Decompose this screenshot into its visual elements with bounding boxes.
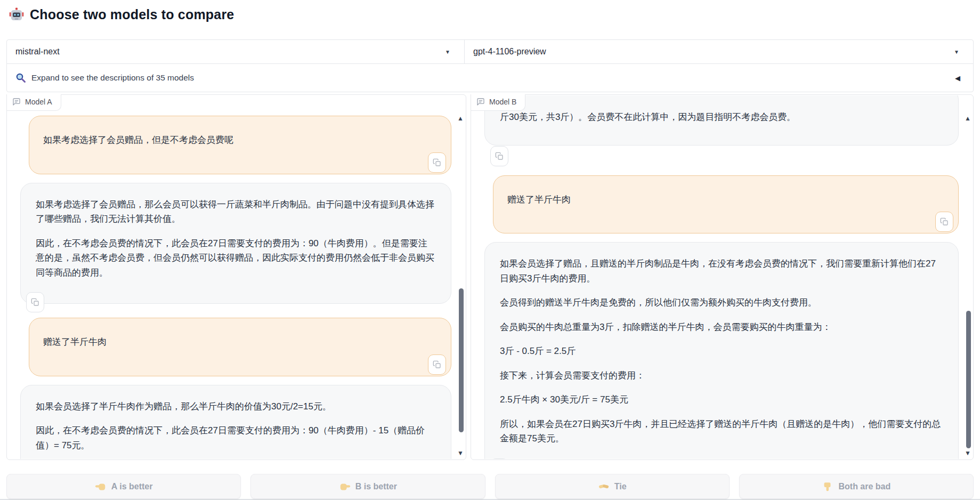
bot-message: 如果考虑选择了会员赠品，那么会员可以获得一斤蔬菜和半斤肉制品。由于问题中没有提到… bbox=[20, 183, 451, 304]
message-text: 赠送了半斤牛肉 bbox=[507, 192, 944, 207]
user-message: 赠送了半斤牛肉 bbox=[493, 175, 959, 234]
model-a-panel: Model A 如果考虑选择了会员赠品，但是不考虑会员费呢 如果考虑选择了会员赠… bbox=[6, 94, 466, 460]
vote-button-row: A is better B is better Tie bbox=[6, 474, 974, 499]
model-a-chat[interactable]: 如果考虑选择了会员赠品，但是不考虑会员费呢 如果考虑选择了会员赠品，那么会员可以… bbox=[7, 95, 465, 459]
thumbs-down-icon bbox=[822, 481, 833, 493]
chevron-down-icon[interactable]: ▼ bbox=[445, 49, 450, 55]
message-text: 如果考虑选择了会员赠品，但是不考虑会员费呢 bbox=[43, 133, 437, 148]
copy-button[interactable] bbox=[490, 146, 508, 166]
model-a-dropdown[interactable]: mistral-next ▼ bbox=[7, 40, 465, 63]
copy-button[interactable] bbox=[428, 152, 446, 173]
copy-button[interactable] bbox=[428, 354, 446, 375]
a-is-better-button[interactable]: A is better bbox=[6, 474, 241, 499]
scroll-up-icon[interactable]: ▲ bbox=[457, 115, 464, 122]
vote-label: A is better bbox=[111, 482, 153, 491]
bot-message: 如果会员选择了半斤牛肉作为赠品，那么半斤牛肉的价值为30元/2=15元。 因此，… bbox=[20, 385, 451, 459]
model-b-panel: Model B 斤30美元，共3斤）。会员费不在此计算中，因为题目指明不考虑会员… bbox=[471, 94, 974, 460]
vote-label: B is better bbox=[355, 482, 397, 491]
message-text: 接下来，计算会员需要支付的费用： bbox=[500, 368, 943, 383]
scrollbar-thumb[interactable] bbox=[459, 288, 464, 432]
both-are-bad-button[interactable]: Both are bad bbox=[739, 474, 974, 499]
scroll-up-icon[interactable]: ▲ bbox=[965, 115, 971, 122]
accordion-label: Expand to see the descriptions of 35 mod… bbox=[31, 73, 194, 83]
point-left-icon bbox=[95, 481, 107, 493]
chevron-down-icon[interactable]: ▼ bbox=[954, 49, 959, 55]
page-title: Choose two models to compare bbox=[30, 7, 234, 22]
message-text: 如果会员选择了赠品，且赠送的半斤肉制品是牛肉，在没有考虑会员费的情况下，我们需要… bbox=[500, 256, 943, 286]
b-is-better-button[interactable]: B is better bbox=[250, 474, 485, 499]
page-header: Choose two models to compare bbox=[0, 0, 980, 23]
search-icon bbox=[15, 72, 26, 83]
message-text: 如果考虑选择了会员赠品，那么会员可以获得一斤蔬菜和半斤肉制品。由于问题中没有提到… bbox=[36, 197, 436, 227]
message-text: 2.5斤牛肉 × 30美元/斤 = 75美元 bbox=[500, 392, 943, 407]
model-selector-row: mistral-next ▼ gpt-4-1106-preview ▼ bbox=[7, 40, 973, 64]
model-b-dropdown-value: gpt-4-1106-preview bbox=[473, 47, 546, 57]
point-right-icon bbox=[339, 481, 351, 493]
chat-bubble-icon bbox=[476, 98, 485, 106]
user-message: 如果考虑选择了会员赠品，但是不考虑会员费呢 bbox=[29, 116, 451, 174]
bot-message-clipped: 斤30美元，共3斤）。会员费不在此计算中，因为题目指明不考虑会员费。 bbox=[484, 95, 959, 146]
message-text: 斤30美元，共3斤）。会员费不在此计算中，因为题目指明不考虑会员费。 bbox=[500, 110, 943, 125]
copy-button[interactable] bbox=[490, 458, 508, 459]
message-text: 所以，如果会员在27日购买3斤牛肉，并且已经选择了赠送的半斤牛肉（且赠送的是牛肉… bbox=[500, 417, 943, 446]
vote-label: Tie bbox=[614, 482, 627, 491]
model-config-box: mistral-next ▼ gpt-4-1106-preview ▼ Expa… bbox=[6, 39, 974, 92]
arena-compare-page: Choose two models to compare mistral-nex… bbox=[0, 0, 980, 500]
model-b-label: Model B bbox=[471, 94, 525, 111]
message-text: 如果会员选择了半斤牛肉作为赠品，那么半斤牛肉的价值为30元/2=15元。 bbox=[36, 399, 436, 414]
message-text: 会员得到的赠送半斤牛肉是免费的，所以他们仅需为额外购买的牛肉支付费用。 bbox=[500, 295, 943, 310]
scroll-down-icon[interactable]: ▼ bbox=[457, 450, 464, 456]
accordion-collapsed-icon[interactable]: ◀ bbox=[955, 74, 960, 82]
robot-icon bbox=[9, 7, 25, 22]
scrollbar-thumb[interactable] bbox=[966, 311, 971, 448]
message-text: 因此，在不考虑会员费的情况下，此会员在27日需要支付的费用为：90（牛肉费用）-… bbox=[36, 423, 436, 453]
handshake-icon bbox=[598, 481, 610, 493]
model-b-dropdown[interactable]: gpt-4-1106-preview ▼ bbox=[465, 40, 973, 63]
message-text: 赠送了半斤牛肉 bbox=[43, 335, 437, 350]
tie-button[interactable]: Tie bbox=[495, 474, 730, 499]
chat-bubble-icon bbox=[12, 98, 21, 106]
copy-button[interactable] bbox=[935, 212, 953, 232]
message-text: 会员购买的牛肉总重量为3斤，扣除赠送的半斤牛肉，会员需要购买的牛肉重量为： bbox=[500, 320, 943, 335]
scroll-down-icon[interactable]: ▼ bbox=[965, 450, 971, 456]
model-b-label-text: Model B bbox=[489, 98, 516, 106]
bot-message: 如果会员选择了赠品，且赠送的半斤肉制品是牛肉，在没有考虑会员费的情况下，我们需要… bbox=[484, 242, 959, 459]
message-text: 3斤 - 0.5斤 = 2.5斤 bbox=[500, 344, 943, 359]
model-b-chat[interactable]: 斤30美元，共3斤）。会员费不在此计算中，因为题目指明不考虑会员费。 赠送了半斤… bbox=[472, 95, 973, 459]
user-message: 赠送了半斤牛肉 bbox=[29, 318, 451, 376]
model-a-label: Model A bbox=[6, 94, 61, 111]
vote-label: Both are bad bbox=[838, 482, 890, 491]
copy-button[interactable] bbox=[26, 292, 44, 312]
model-a-label-text: Model A bbox=[25, 98, 52, 106]
chat-panels: Model A 如果考虑选择了会员赠品，但是不考虑会员费呢 如果考虑选择了会员赠… bbox=[6, 94, 974, 460]
model-descriptions-accordion[interactable]: Expand to see the descriptions of 35 mod… bbox=[7, 64, 973, 92]
model-a-dropdown-value: mistral-next bbox=[15, 47, 60, 57]
message-text: 因此，在不考虑会员费的情况下，此会员在27日需要支付的费用为：90（牛肉费用）。… bbox=[36, 236, 436, 280]
